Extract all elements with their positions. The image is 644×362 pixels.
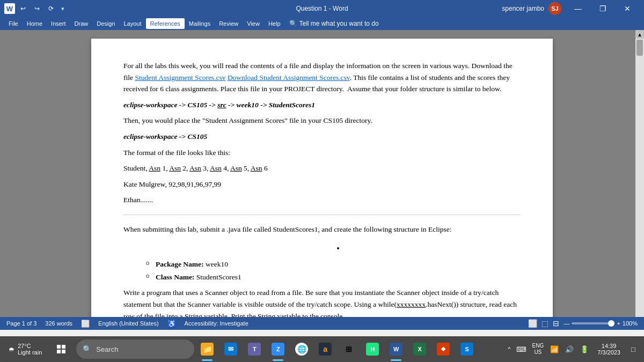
office-icon: ❖ bbox=[437, 343, 450, 356]
user-avatar[interactable]: SJ bbox=[548, 2, 561, 15]
taskbar-mail[interactable]: ✉ bbox=[220, 336, 241, 362]
close-button[interactable]: ✕ bbox=[615, 0, 640, 17]
system-clock[interactable]: 14:39 7/3/2023 bbox=[593, 343, 625, 356]
word-icon: W bbox=[390, 343, 402, 356]
tab-view[interactable]: View bbox=[243, 18, 264, 29]
windows-logo bbox=[57, 345, 65, 353]
taskbar-amazon[interactable]: a bbox=[314, 336, 336, 362]
excel-icon: X bbox=[413, 343, 426, 356]
status-bar-right: ⬜ ⬚ ⊟ — + 100% bbox=[528, 319, 638, 328]
scroll-up-arrow[interactable]: ▲ bbox=[635, 30, 644, 39]
search-icon: 🔍 bbox=[83, 345, 92, 353]
tab-insert[interactable]: Insert bbox=[47, 18, 70, 29]
battery-icon[interactable]: 🔋 bbox=[578, 343, 591, 356]
tab-references[interactable]: References bbox=[146, 18, 185, 29]
scroll-thumb[interactable] bbox=[636, 40, 643, 56]
tab-draw[interactable]: Draw bbox=[70, 18, 93, 29]
bullet-section: Package Name: week10 Class Name: Student… bbox=[123, 240, 521, 283]
explorer-icon: 📁 bbox=[201, 343, 214, 356]
lang-name: ENG bbox=[532, 343, 544, 349]
taskbar-word[interactable]: W bbox=[385, 336, 407, 362]
tab-file[interactable]: File bbox=[4, 18, 23, 29]
weather-icon: 🌧 bbox=[9, 346, 14, 352]
status-bar: Page 1 of 3 326 words ⬜ English (United … bbox=[0, 317, 644, 330]
tab-design[interactable]: Design bbox=[92, 18, 119, 29]
taskbar-explorer[interactable]: 📁 bbox=[196, 336, 218, 362]
weather-condition: Light rain bbox=[18, 349, 42, 356]
word-logo: W bbox=[4, 3, 15, 14]
chevron-icon: ^ bbox=[508, 346, 510, 352]
ribbon-tabs: File Home Insert Draw Design Layout Refe… bbox=[0, 17, 644, 30]
mail-icon: ✉ bbox=[224, 343, 237, 356]
tab-layout[interactable]: Layout bbox=[120, 18, 146, 29]
para-student-header: Student, Asn 1, Asn 2, Asn 3, Asn 4, Asn… bbox=[123, 162, 521, 174]
view-web-icon[interactable]: ⬚ bbox=[541, 319, 548, 328]
apps-icon: ⊞ bbox=[342, 343, 355, 356]
tab-review[interactable]: Review bbox=[215, 18, 243, 29]
restore-button[interactable]: ❐ bbox=[590, 0, 615, 17]
zoom-bar: — + 100% bbox=[564, 320, 638, 327]
zoom-icon: Z bbox=[272, 343, 284, 356]
taskbar-hulu[interactable]: H bbox=[362, 336, 383, 362]
autosave-label: ▾ bbox=[61, 5, 64, 12]
active-indicator bbox=[202, 359, 213, 361]
document-page: For all the labs this week, you will rea… bbox=[91, 39, 553, 317]
taskbar-office[interactable]: ❖ bbox=[433, 336, 454, 362]
clock-date: 7/3/2023 bbox=[597, 349, 620, 356]
user-name: spencer jambo bbox=[502, 5, 544, 12]
start-button[interactable] bbox=[48, 336, 74, 362]
notification-icon[interactable]: □ bbox=[627, 343, 640, 356]
word-count: 326 words bbox=[45, 320, 72, 327]
taskbar-chrome[interactable]: 🌐 bbox=[291, 336, 312, 362]
language-indicator[interactable]: English (United States) ENG US bbox=[530, 343, 546, 356]
weather-temp: 27°C bbox=[18, 343, 42, 349]
surface-icon: S bbox=[460, 343, 473, 356]
user-initials: SJ bbox=[551, 5, 558, 12]
tell-me-input[interactable]: 🔍 Tell me what you want to do bbox=[289, 20, 379, 27]
system-tray[interactable]: ^ bbox=[506, 346, 513, 352]
zoom-plus[interactable]: + bbox=[617, 320, 620, 327]
hulu-icon: H bbox=[366, 343, 379, 356]
zoom-minus[interactable]: — bbox=[564, 320, 569, 327]
para-path-1: eclipse-workspace -> CS105 -> src -> wee… bbox=[123, 99, 521, 111]
keyboard-icon[interactable]: ⌨ bbox=[515, 343, 528, 356]
weather-widget[interactable]: 🌧 27°C Light rain bbox=[4, 343, 46, 356]
tab-help[interactable]: Help bbox=[264, 18, 285, 29]
page-count: Page 1 of 3 bbox=[6, 320, 36, 327]
bullet-package: Package Name: week10 bbox=[156, 258, 521, 270]
taskbar-surface[interactable]: S bbox=[456, 336, 478, 362]
zoom-slider[interactable] bbox=[572, 322, 614, 324]
weather-info: 27°C Light rain bbox=[18, 343, 42, 356]
para-kate: Kate Mulgrew, 92,98,91,96,97,99 bbox=[123, 179, 521, 190]
search-box[interactable]: 🔍 Search bbox=[76, 339, 194, 359]
clock-time: 14:39 bbox=[602, 343, 617, 349]
taskbar-apps[interactable]: ⊞ bbox=[338, 336, 360, 362]
link-csv-2[interactable]: Download Student Assignment Scores.csv bbox=[228, 73, 350, 82]
app-title: Question 1 - Word bbox=[296, 5, 348, 12]
tab-mailings[interactable]: Mailings bbox=[185, 18, 215, 29]
scrollbar-right[interactable]: ▲ bbox=[635, 30, 644, 317]
zoom-slider-thumb[interactable] bbox=[608, 320, 614, 327]
taskbar-zoom[interactable]: Z bbox=[267, 336, 289, 362]
accessibility-status[interactable]: Accessibility: Investigate bbox=[185, 320, 248, 327]
volume-icon[interactable]: 🔊 bbox=[563, 343, 576, 356]
view-normal-icon[interactable]: ⬜ bbox=[528, 319, 537, 328]
tab-home[interactable]: Home bbox=[23, 18, 47, 29]
autosave-button[interactable]: ⟳ bbox=[45, 3, 57, 14]
redo-button[interactable]: ↪ bbox=[31, 3, 43, 14]
taskbar-excel[interactable]: X bbox=[409, 336, 430, 362]
zoom-level: 100% bbox=[623, 320, 638, 327]
undo-button[interactable]: ↩ bbox=[17, 3, 29, 14]
title-bar-left: W ↩ ↪ ⟳ ▾ bbox=[4, 3, 64, 14]
taskbar-teams[interactable]: T bbox=[244, 336, 265, 362]
language-status[interactable]: English (United States) bbox=[98, 320, 159, 327]
title-bar-right: spencer jambo SJ — ❐ ✕ bbox=[502, 0, 640, 17]
minimize-button[interactable]: — bbox=[566, 0, 590, 17]
view-read-icon[interactable]: ⊟ bbox=[553, 319, 559, 328]
teams-icon: T bbox=[248, 343, 261, 356]
accessibility-icon: ♿ bbox=[167, 320, 176, 328]
link-csv-1[interactable]: Student Assignment Scores.csv bbox=[135, 73, 225, 82]
wifi-icon[interactable]: 📶 bbox=[548, 343, 561, 356]
para-2: Then, you would place the "Student Assig… bbox=[123, 115, 521, 127]
search-icon: 🔍 bbox=[289, 20, 297, 27]
